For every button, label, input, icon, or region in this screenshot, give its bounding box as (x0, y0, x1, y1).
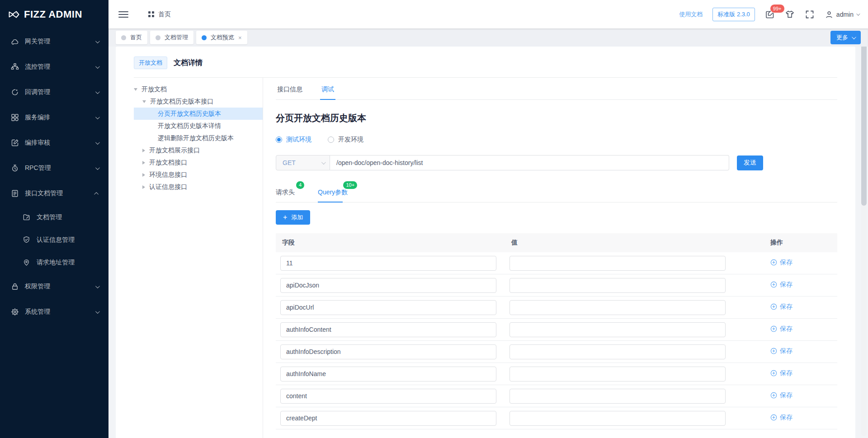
env-radio[interactable]: 测试环境 (276, 136, 311, 144)
sidebar-item[interactable]: 编排审核 (0, 130, 108, 155)
tree-node-label: 认证信息接口 (149, 183, 187, 191)
sidebar-menu: 网关管理 流控管理 回调管理 服务编排 编排审核 RPC管理 接口文档管理 文档… (0, 29, 108, 325)
param-table-row: 保存 (276, 341, 837, 363)
detail-tabs: 接口信息调试 (276, 80, 837, 100)
user-menu[interactable]: admin (825, 10, 859, 19)
sidebar-item[interactable]: 服务编排 (0, 105, 108, 130)
value-input[interactable] (509, 367, 726, 381)
theme-tshirt-button[interactable] (785, 9, 795, 19)
value-input[interactable] (509, 300, 726, 315)
page-tab[interactable]: 文档管理 (150, 31, 193, 44)
add-param-button[interactable]: + 添加 (276, 210, 310, 225)
sidebar-item-label: 流控管理 (25, 63, 50, 71)
save-button[interactable]: 保存 (770, 391, 793, 400)
save-button[interactable]: 保存 (770, 281, 793, 289)
value-input[interactable] (509, 411, 726, 426)
env-radio[interactable]: 开发环境 (328, 136, 363, 144)
param-tab[interactable]: 请求头 4 (276, 182, 296, 202)
field-input[interactable] (280, 300, 496, 315)
content-area: 开放文档 文档详情 开放文档 开放文档历史版本接口 分页开放文档历史版本 开放文… (116, 47, 855, 438)
doc-tree: 开放文档 开放文档历史版本接口 分页开放文档历史版本 开放文档历史版本详情 逻辑… (134, 78, 263, 438)
page-tab[interactable]: 文档预览 × (196, 31, 247, 44)
field-input[interactable] (280, 389, 496, 404)
sidebar-item[interactable]: 权限管理 (0, 274, 108, 299)
field-input[interactable] (280, 411, 496, 426)
field-input[interactable] (280, 322, 496, 337)
fullscreen-button[interactable] (805, 9, 815, 19)
debug-tool-button[interactable]: 99+ (765, 9, 775, 19)
value-input[interactable] (509, 322, 726, 337)
detail-tab[interactable]: 调试 (320, 80, 335, 99)
value-input[interactable] (509, 344, 726, 359)
app-root: FIZZ ADMIN 网关管理 流控管理 回调管理 服务编排 编排审核 RPC管… (0, 0, 868, 438)
tree-node[interactable]: 逻辑删除开放文档历史版本 (134, 132, 263, 144)
param-table-row: 保存 (276, 407, 837, 429)
sidebar-item[interactable]: 网关管理 (0, 29, 108, 54)
scrollbar-thumb[interactable] (861, 42, 867, 206)
chevron-down-icon (852, 35, 856, 39)
page-tabbar: 首页 文档管理 文档预览 × 更多 (108, 28, 868, 47)
field-input[interactable] (280, 256, 496, 271)
plus-circle-icon (770, 325, 777, 332)
save-button[interactable]: 保存 (770, 347, 793, 355)
sidebar-subitem[interactable]: 文档管理 (0, 206, 108, 229)
value-input[interactable] (509, 389, 726, 404)
app-logo[interactable]: FIZZ ADMIN (0, 0, 108, 29)
breadcrumb[interactable]: 首页 (148, 10, 171, 19)
request-url-icon (23, 259, 31, 267)
sidebar-item-label: 编排审核 (25, 139, 50, 147)
tree-node[interactable]: 开放文档展示接口 (134, 144, 263, 156)
field-input[interactable] (280, 278, 496, 293)
more-tabs-button[interactable]: 更多 (830, 31, 861, 44)
main-area: 首页 使用文档 标准版 2.3.0 99+ (108, 0, 868, 438)
tree-node[interactable]: 开放文档历史版本详情 (134, 120, 263, 132)
tree-node[interactable]: 认证信息接口 (134, 181, 263, 193)
value-input[interactable] (509, 278, 726, 293)
sidebar-item[interactable]: 系统管理 (0, 299, 108, 325)
field-input[interactable] (280, 344, 496, 359)
save-button[interactable]: 保存 (770, 325, 793, 333)
request-url-input[interactable] (330, 155, 729, 170)
save-button[interactable]: 保存 (770, 303, 793, 311)
tree-node[interactable]: 环境信息接口 (134, 169, 263, 181)
save-button[interactable]: 保存 (770, 369, 793, 377)
tree-node[interactable]: 开放文档 (134, 83, 263, 95)
sidebar-item[interactable]: 接口文档管理 (0, 181, 108, 206)
count-badge: 4 (296, 181, 304, 189)
tree-node[interactable]: 分页开放文档历史版本 (134, 108, 263, 120)
docs-link[interactable]: 使用文档 (679, 10, 703, 19)
close-icon[interactable]: × (238, 34, 242, 41)
tree-node[interactable]: 开放文档历史版本接口 (134, 95, 263, 108)
send-button[interactable]: 发送 (737, 155, 763, 170)
api-heading: 分页开放文档历史版本 (276, 112, 837, 124)
save-button[interactable]: 保存 (770, 259, 793, 267)
sidebar-item[interactable]: 回调管理 (0, 80, 108, 105)
sidebar-subitem[interactable]: 认证信息管理 (0, 229, 108, 251)
cloud-icon (11, 38, 19, 46)
detail-tab[interactable]: 接口信息 (276, 80, 304, 99)
sidebar-item[interactable]: RPC管理 (0, 155, 108, 181)
lock-icon (11, 283, 19, 291)
field-input[interactable] (280, 367, 496, 381)
page-tab[interactable]: 首页 (116, 31, 147, 44)
doc-tag[interactable]: 开放文档 (134, 57, 167, 69)
param-tabs: 请求头 4 Query参数 10+ (276, 182, 837, 203)
sidebar-item[interactable]: 流控管理 (0, 54, 108, 80)
version-button[interactable]: 标准版 2.3.0 (712, 8, 755, 21)
save-button[interactable]: 保存 (770, 414, 793, 422)
method-select[interactable]: GET (276, 155, 330, 170)
user-icon (825, 10, 834, 19)
plus-circle-icon (770, 348, 777, 354)
tree-caret-icon (142, 149, 145, 152)
hamburger-menu-icon[interactable] (118, 9, 128, 19)
param-table-row: 保存 (276, 274, 837, 297)
count-badge: 10+ (343, 181, 357, 189)
tree-node[interactable]: 开放文档接口 (134, 156, 263, 169)
column-header-field: 字段 (276, 239, 505, 247)
param-table-row: 保存 (276, 363, 837, 385)
param-tab[interactable]: Query参数 10+ (318, 182, 349, 202)
value-input[interactable] (509, 256, 726, 271)
sidebar-subitem[interactable]: 请求地址管理 (0, 251, 108, 274)
chevron-down-icon (95, 165, 100, 170)
column-header-action: 操作 (734, 239, 837, 247)
